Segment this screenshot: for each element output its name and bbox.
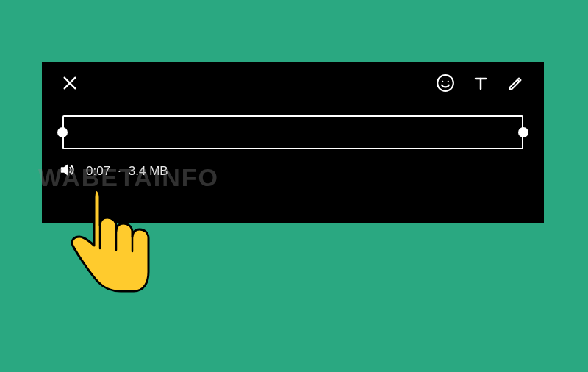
text-tool-button[interactable] (469, 73, 492, 96)
media-size: 3.4 MB (129, 164, 168, 179)
emoji-icon (436, 74, 455, 96)
separator-dot: · (118, 164, 121, 179)
close-button[interactable] (58, 73, 82, 96)
svg-point-3 (442, 81, 443, 82)
media-duration: 0:07 (86, 164, 110, 179)
speaker-icon (59, 162, 75, 182)
editor-toolbar (42, 62, 544, 104)
emoji-button[interactable] (434, 73, 457, 96)
media-meta-row: 0:07 · 3.4 MB (42, 149, 544, 180)
video-trim-bar[interactable] (62, 115, 523, 149)
trim-handle-start[interactable] (57, 127, 68, 137)
svg-point-2 (437, 75, 453, 91)
trim-handle-end[interactable] (518, 127, 528, 137)
media-editor-panel: 0:07 · 3.4 MB (42, 62, 544, 223)
trim-selection-box (62, 115, 523, 149)
close-icon (62, 75, 78, 94)
text-icon (472, 74, 490, 95)
svg-point-4 (448, 81, 449, 82)
mute-toggle-button[interactable] (58, 162, 76, 180)
media-info-text: 0:07 · 3.4 MB (86, 164, 168, 179)
pencil-icon (507, 74, 525, 95)
draw-tool-button[interactable] (504, 73, 528, 96)
